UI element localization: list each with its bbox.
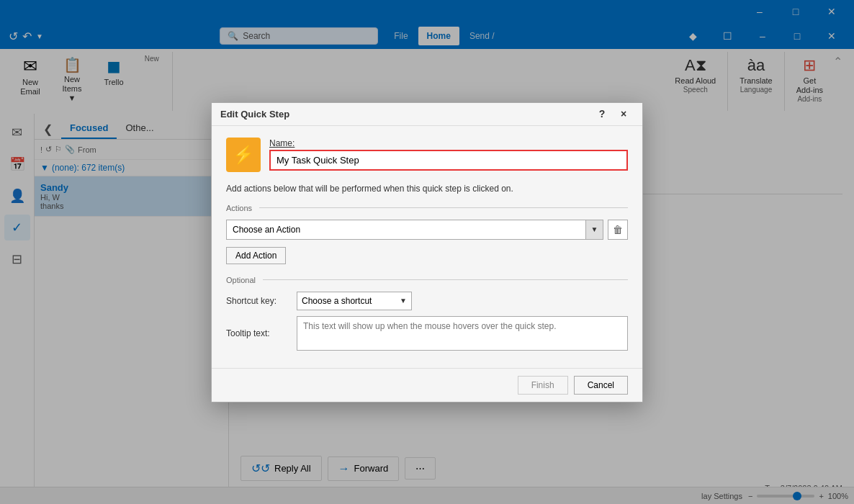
delete-icon: 🗑 <box>613 224 623 235</box>
modal-title: Edit Quick Step <box>220 109 289 120</box>
divider-line-2 <box>263 279 628 280</box>
add-action-btn[interactable]: Add Action <box>226 247 286 264</box>
divider-line-1 <box>259 207 628 208</box>
actions-label: Actions <box>226 204 252 212</box>
modal-close-btn[interactable]: × <box>613 105 634 122</box>
shortcut-row: Shortcut key: Choose a shortcut ▼ <box>226 292 628 310</box>
description-text: Add actions below that will be performed… <box>226 184 628 194</box>
modal-body: ⚡ Name: Add actions below that will be p… <box>212 126 642 368</box>
edit-quick-step-dialog: Edit Quick Step ? × ⚡ Name: Add actions … <box>211 102 643 402</box>
action-dropdown[interactable]: Choose an Action ▼ <box>226 220 603 240</box>
shortcut-dropdown[interactable]: Choose a shortcut ▼ <box>297 292 412 310</box>
shortcut-value: Choose a shortcut <box>302 296 372 306</box>
actions-section-divider: Actions <box>226 204 628 212</box>
finish-btn[interactable]: Finish <box>518 376 568 395</box>
tooltip-label: Tooltip text: <box>226 328 291 338</box>
shortcut-label: Shortcut key: <box>226 296 291 306</box>
modal-titlebar: Edit Quick Step ? × <box>212 103 642 126</box>
modal-overlay[interactable]: Edit Quick Step ? × ⚡ Name: Add actions … <box>0 0 854 504</box>
dropdown-arrow-icon: ▼ <box>585 220 603 239</box>
quick-step-icon: ⚡ <box>226 138 261 172</box>
action-dropdown-text: Choose an Action <box>233 225 300 235</box>
cancel-btn[interactable]: Cancel <box>574 376 628 395</box>
action-row: Choose an Action ▼ 🗑 <box>226 220 628 240</box>
name-row: ⚡ Name: <box>226 138 628 172</box>
modal-help-btn[interactable]: ? <box>592 105 612 122</box>
add-action-label: Add Action <box>235 251 277 261</box>
tooltip-input[interactable] <box>297 316 628 351</box>
modal-titlebar-btns: ? × <box>592 105 634 122</box>
lightning-glyph: ⚡ <box>233 145 254 165</box>
tooltip-row: Tooltip text: <box>226 316 628 351</box>
name-label: Name: <box>269 138 628 148</box>
optional-divider: Optional <box>226 276 628 284</box>
name-input[interactable] <box>269 150 628 171</box>
optional-section: Optional Shortcut key: Choose a shortcut… <box>226 276 628 351</box>
delete-action-btn[interactable]: 🗑 <box>608 220 628 240</box>
optional-label: Optional <box>226 276 256 284</box>
name-field-group: Name: <box>269 138 628 171</box>
shortcut-arrow-icon: ▼ <box>400 297 407 305</box>
modal-footer: Finish Cancel <box>212 368 642 402</box>
